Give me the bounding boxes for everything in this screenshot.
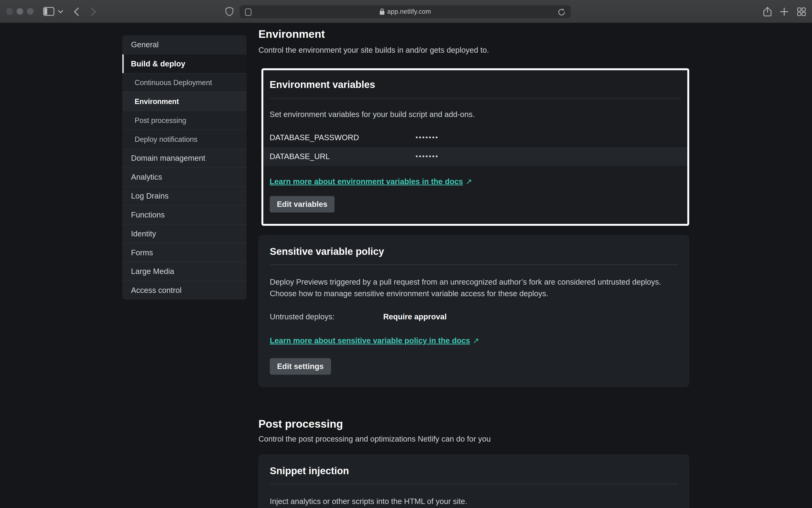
close-button[interactable] bbox=[6, 8, 13, 15]
sidebar-item-build-deploy[interactable]: Build & deploy bbox=[122, 54, 246, 73]
sidebar-item-post-processing[interactable]: Post processing bbox=[122, 111, 246, 130]
sidebar-item-functions[interactable]: Functions bbox=[122, 205, 246, 224]
external-link-icon: ↗ bbox=[466, 176, 472, 187]
env-var-key: DATABASE_URL bbox=[270, 152, 416, 161]
table-row: DATABASE_PASSWORD ••••••• bbox=[263, 128, 687, 147]
sensitive-variable-policy-card: Sensitive variable policy Deploy Preview… bbox=[258, 235, 689, 387]
policy-docs-link[interactable]: Learn more about sensitive variable poli… bbox=[270, 335, 479, 346]
sidebar-item-domain-management[interactable]: Domain management bbox=[122, 149, 246, 167]
snippet-injection-card: Snippet injection Inject analytics or ot… bbox=[258, 454, 689, 508]
divider bbox=[270, 98, 681, 98]
environment-variables-card: Environment variables Set environment va… bbox=[262, 68, 689, 226]
zoom-button[interactable] bbox=[27, 8, 34, 15]
new-tab-icon[interactable] bbox=[780, 7, 788, 16]
env-card-description: Set environment variables for your build… bbox=[270, 109, 681, 120]
env-card-title: Environment variables bbox=[270, 79, 681, 91]
safari-window: app.netlify.com bbox=[0, 0, 812, 508]
privacy-shield-icon[interactable] bbox=[225, 7, 234, 16]
table-row: DATABASE_URL ••••••• bbox=[263, 147, 687, 166]
sidebar-item-large-media[interactable]: Large Media bbox=[122, 262, 246, 281]
post-processing-title: Post processing bbox=[258, 417, 689, 431]
back-button-icon[interactable] bbox=[74, 7, 79, 16]
snippet-card-description: Inject analytics or other scripts into t… bbox=[270, 496, 678, 507]
page-icon[interactable] bbox=[245, 8, 252, 18]
reload-icon[interactable] bbox=[557, 8, 566, 18]
env-var-table: DATABASE_PASSWORD ••••••• DATABASE_URL •… bbox=[263, 128, 687, 166]
sidebar-item-environment[interactable]: Environment bbox=[122, 92, 246, 111]
divider bbox=[270, 484, 678, 484]
sidebar-item-forms[interactable]: Forms bbox=[122, 243, 246, 262]
sidebar-item-continuous-deployment[interactable]: Continuous Deployment bbox=[122, 73, 246, 92]
untrusted-deploys-setting: Untrusted deploys: Require approval bbox=[270, 311, 678, 322]
divider bbox=[270, 264, 678, 265]
address-url: app.netlify.com bbox=[387, 8, 431, 15]
edit-variables-button[interactable]: Edit variables bbox=[270, 196, 335, 213]
address-bar[interactable]: app.netlify.com bbox=[239, 5, 571, 19]
sidebar-item-identity[interactable]: Identity bbox=[122, 224, 246, 243]
share-icon[interactable] bbox=[763, 7, 772, 17]
policy-card-title: Sensitive variable policy bbox=[270, 245, 678, 258]
page-subtitle: Control the environment your site builds… bbox=[258, 45, 689, 55]
tab-overview-icon[interactable] bbox=[797, 7, 806, 16]
env-docs-link[interactable]: Learn more about environment variables i… bbox=[270, 176, 472, 187]
sidebar-toggle-icon[interactable] bbox=[43, 7, 54, 16]
env-var-value-masked: ••••••• bbox=[416, 134, 439, 141]
sidebar-item-deploy-notifications[interactable]: Deploy notifications bbox=[122, 130, 246, 149]
setting-label: Untrusted deploys: bbox=[270, 311, 383, 322]
page-title: Environment bbox=[258, 28, 689, 41]
settings-sidebar: General Build & deploy Continuous Deploy… bbox=[122, 35, 246, 299]
forward-button-icon[interactable] bbox=[91, 7, 96, 16]
sidebar-item-analytics[interactable]: Analytics bbox=[122, 167, 246, 186]
sidebar-item-general[interactable]: General bbox=[122, 35, 246, 54]
minimize-button[interactable] bbox=[16, 8, 23, 15]
env-var-value-masked: ••••••• bbox=[416, 153, 439, 160]
lock-icon bbox=[380, 8, 385, 15]
window-controls bbox=[6, 8, 34, 15]
browser-toolbar: app.netlify.com bbox=[0, 0, 812, 23]
sidebar-item-log-drains[interactable]: Log Drains bbox=[122, 186, 246, 205]
chevron-down-icon[interactable] bbox=[58, 10, 63, 13]
external-link-icon: ↗ bbox=[473, 335, 479, 346]
env-var-key: DATABASE_PASSWORD bbox=[270, 133, 416, 142]
sidebar-item-access-control[interactable]: Access control bbox=[122, 281, 246, 299]
settings-main: Environment Control the environment your… bbox=[258, 28, 689, 508]
snippet-card-title: Snippet injection bbox=[270, 465, 678, 477]
page-content: General Build & deploy Continuous Deploy… bbox=[0, 23, 812, 508]
policy-card-description: Deploy Previews triggered by a pull requ… bbox=[270, 276, 678, 299]
address-text-group: app.netlify.com bbox=[380, 8, 431, 15]
setting-value: Require approval bbox=[383, 311, 447, 322]
post-processing-subtitle: Control the post processing and optimiza… bbox=[258, 434, 689, 444]
edit-settings-button[interactable]: Edit settings bbox=[270, 358, 331, 375]
